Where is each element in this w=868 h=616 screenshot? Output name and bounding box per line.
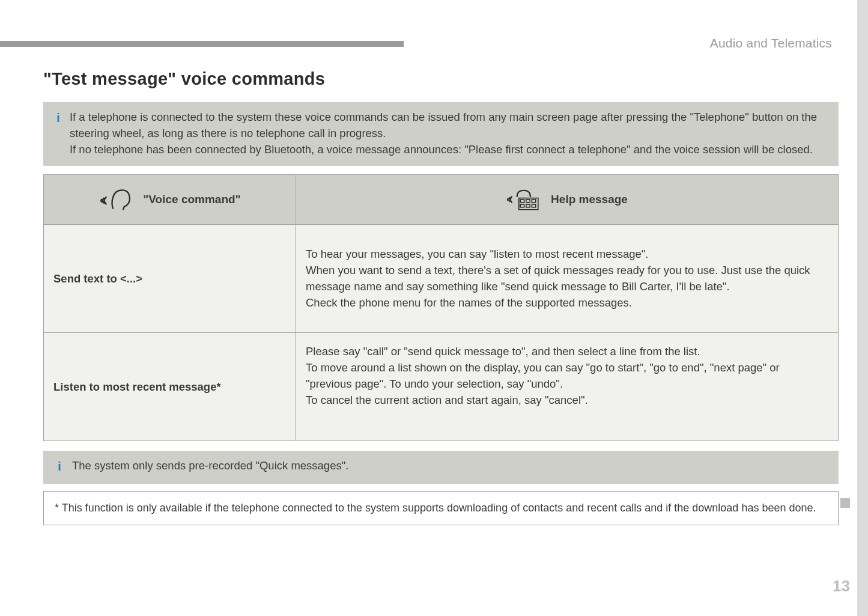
top-rule (0, 41, 404, 47)
th-voice-command: "Voice command" (44, 175, 296, 225)
info-icon: i (55, 458, 64, 475)
svg-rect-1 (520, 200, 524, 203)
section-label: Audio and Telematics (710, 36, 832, 50)
info-box-1: i If a telephone is connected to the sys… (43, 102, 839, 166)
cmd-cell: Listen to most recent message* (44, 333, 296, 441)
th-voice-command-label: "Voice command" (143, 193, 240, 206)
help-cell: Please say "call" or "send quick message… (296, 333, 839, 441)
info-box-2: i The system only sends pre-recorded "Qu… (43, 451, 839, 484)
page: Audio and Telematics "Test message" voic… (0, 0, 868, 616)
page-number: 13 (833, 577, 850, 596)
info-text-2: The system only sends pre-recorded "Quic… (72, 458, 348, 475)
voice-keypad-icon (506, 186, 540, 213)
svg-rect-3 (532, 200, 535, 203)
th-help-message: Help message (296, 175, 839, 225)
table-row: Listen to most recent message* Please sa… (44, 333, 839, 441)
main-content: "Test message" voice commands i If a tel… (43, 69, 839, 525)
voice-commands-table: "Voice command" (43, 174, 839, 441)
page-title: "Test message" voice commands (43, 69, 839, 89)
footnote: * This function is only available if the… (43, 491, 839, 525)
cmd-cell: Send text to <...> (44, 225, 296, 333)
voice-head-icon (99, 186, 132, 213)
svg-rect-5 (526, 204, 530, 207)
scrollbar-thumb[interactable] (857, 0, 868, 616)
svg-rect-6 (532, 204, 535, 207)
svg-rect-2 (526, 200, 530, 203)
scrollbar[interactable] (857, 0, 868, 616)
help-cell: To hear your messages, you can say "list… (296, 225, 839, 333)
svg-rect-4 (520, 204, 524, 207)
page-marker-square (840, 498, 850, 508)
th-help-message-label: Help message (551, 193, 628, 206)
table-row: Send text to <...> To hear your messages… (44, 225, 839, 333)
info-icon: i (55, 109, 61, 157)
info-text-1: If a telephone is connected to the syste… (70, 109, 827, 157)
